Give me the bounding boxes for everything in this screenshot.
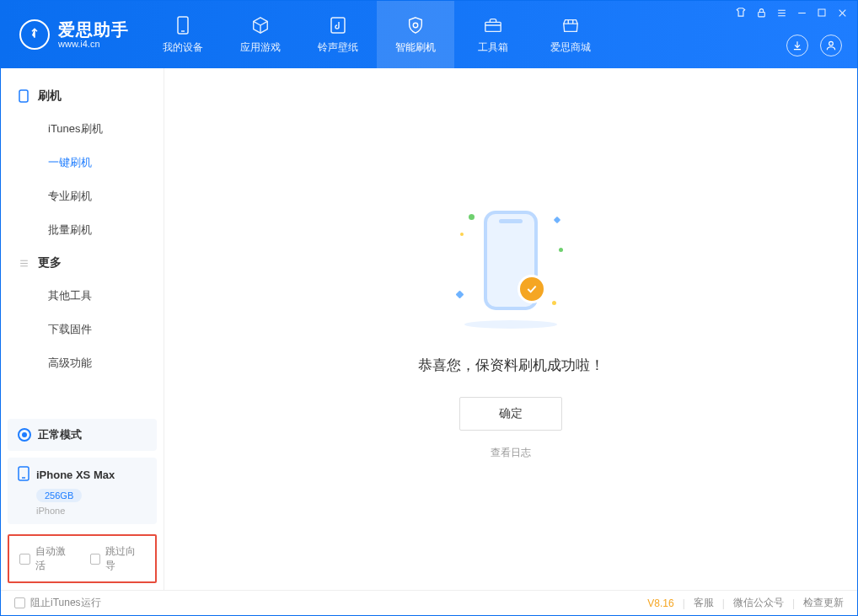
list-icon [18,257,29,269]
sidebar: 刷机 iTunes刷机 一键刷机 专业刷机 批量刷机 更多 其他工具 下载固件 … [1,68,164,590]
sidebar-group-flash: 刷机 [1,80,164,112]
sidebar-item-pro-flash[interactable]: 专业刷机 [1,179,164,213]
brand-name: 爱思助手 [58,20,129,39]
checkbox-label: 跳过向导 [105,544,145,573]
sidebar-group-label: 刷机 [38,88,62,104]
phone-icon [18,90,29,102]
main-content: 恭喜您，保资料刷机成功啦！ 确定 查看日志 [164,68,857,590]
wechat-link[interactable]: 微信公众号 [733,596,784,610]
sidebar-item-onekey-flash[interactable]: 一键刷机 [1,146,164,179]
svg-rect-2 [331,18,345,33]
svg-rect-13 [19,90,28,102]
checkbox-auto-activate[interactable]: 自动激活 [19,544,75,573]
sidebar-item-other-tools[interactable]: 其他工具 [1,279,164,313]
svg-point-12 [829,41,834,46]
header-right-icons [786,35,842,56]
sidebar-item-batch-flash[interactable]: 批量刷机 [1,213,164,247]
shirt-icon[interactable] [734,6,748,19]
version-label: V8.16 [647,597,673,609]
close-icon[interactable] [835,6,849,19]
checkbox-icon [14,597,25,608]
tab-label: 工具箱 [478,40,508,55]
tab-smart-flash[interactable]: 智能刷机 [377,1,454,68]
music-file-icon [328,15,348,35]
ok-button[interactable]: 确定 [459,397,562,431]
tab-label: 应用游戏 [240,40,281,55]
check-update-link[interactable]: 检查更新 [803,596,844,610]
main-tabs: 我的设备 应用游戏 铃声壁纸 智能刷机 工具箱 爱思商城 [144,1,609,68]
window-controls [734,6,849,19]
svg-rect-3 [485,22,501,31]
device-name: iPhone XS Max [36,469,115,481]
sidebar-group-label: 更多 [38,255,62,271]
sidebar-item-advanced[interactable]: 高级功能 [1,346,164,380]
tab-label: 爱思商城 [550,40,591,55]
svg-rect-4 [758,12,764,16]
success-message: 恭喜您，保资料刷机成功啦！ [418,356,604,375]
tab-store[interactable]: 爱思商城 [532,1,609,68]
sidebar-item-itunes-flash[interactable]: iTunes刷机 [1,112,164,146]
phone-outline-icon [18,466,29,484]
tab-label: 智能刷机 [395,40,436,55]
svg-rect-9 [818,9,825,16]
store-icon [560,15,581,35]
footer-bar: 阻止iTunes运行 V8.16 | 客服 | 微信公众号 | 检查更新 [1,590,857,615]
sidebar-group-more: 更多 [1,247,164,279]
checkbox-label: 自动激活 [35,544,75,573]
tab-my-device[interactable]: 我的设备 [144,1,222,68]
status-label: 正常模式 [38,427,82,442]
checkbox-icon [90,554,101,565]
menu-icon[interactable] [775,6,788,19]
brand-domain: www.i4.cn [58,39,129,49]
checkbox-label: 阻止iTunes运行 [30,596,101,610]
status-dot-icon [18,428,31,442]
device-icon [173,15,193,35]
minimize-icon[interactable] [795,6,808,19]
device-card[interactable]: iPhone XS Max 256GB iPhone [8,458,157,524]
maximize-icon[interactable] [815,6,829,19]
status-card[interactable]: 正常模式 [8,419,157,451]
checkbox-block-itunes[interactable]: 阻止iTunes运行 [14,596,101,610]
checkbox-icon [19,554,30,565]
toolbox-icon [483,15,503,35]
success-illustration [443,199,578,334]
shield-refresh-icon [405,15,426,35]
device-storage: 256GB [36,489,82,502]
download-icon[interactable] [786,35,808,56]
options-highlight-box: 自动激活 跳过向导 [8,534,157,583]
tab-label: 铃声壁纸 [318,40,358,55]
tab-label: 我的设备 [163,40,203,55]
checkbox-skip-guide[interactable]: 跳过向导 [90,544,146,573]
app-logo-icon [19,19,50,50]
tab-toolbox[interactable]: 工具箱 [454,1,532,68]
tab-apps-games[interactable]: 应用游戏 [222,1,299,68]
support-link[interactable]: 客服 [694,596,714,610]
success-check-icon [517,275,546,303]
lock-icon[interactable] [754,6,768,19]
tab-ringtones-wallpapers[interactable]: 铃声壁纸 [299,1,377,68]
view-log-link[interactable]: 查看日志 [491,446,531,460]
device-type: iPhone [36,506,147,516]
header-bar: 爱思助手 www.i4.cn 我的设备 应用游戏 铃声壁纸 智能刷机 工具箱 爱… [1,1,857,68]
logo-area: 爱思助手 www.i4.cn [1,19,144,50]
cube-icon [250,15,271,35]
user-icon[interactable] [820,35,842,56]
sidebar-item-download-firmware[interactable]: 下载固件 [1,313,164,346]
body: 刷机 iTunes刷机 一键刷机 专业刷机 批量刷机 更多 其他工具 下载固件 … [1,68,857,590]
